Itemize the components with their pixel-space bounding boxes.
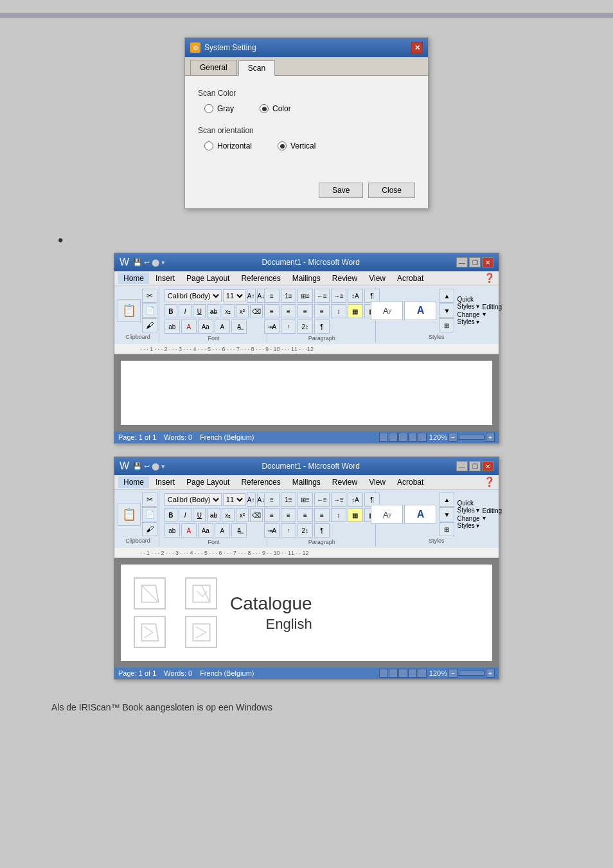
justify-button[interactable]: ≡ xyxy=(314,304,330,318)
zoom-in-button[interactable]: + xyxy=(486,433,495,442)
numbering-button[interactable]: 1≡ xyxy=(281,289,296,303)
shading2-button[interactable]: ▦ xyxy=(348,508,363,522)
spacing2-button[interactable]: 2↕ xyxy=(298,523,313,538)
increase2-font-button[interactable]: A↑ xyxy=(247,493,256,507)
close-button-word2[interactable]: ✕ xyxy=(482,461,493,471)
radio-color[interactable]: Color xyxy=(260,104,291,113)
radio-vertical[interactable]: Vertical xyxy=(278,141,315,150)
sort2-button[interactable]: ↕A xyxy=(348,493,363,507)
copy2-button[interactable]: 📄 xyxy=(142,507,157,521)
cut-button[interactable]: ✂ xyxy=(142,289,157,303)
save-button[interactable]: Save xyxy=(319,183,363,198)
zoom2-slider[interactable] xyxy=(459,671,484,676)
quick-styles-label[interactable]: QuickStyles ▾ xyxy=(457,296,479,310)
radio-horizontal[interactable]: Horizontal xyxy=(204,141,252,150)
editing2-label[interactable]: Editing▾ xyxy=(483,507,502,521)
subscript2-button[interactable]: x₂ xyxy=(222,508,235,522)
menu2-acrobat[interactable]: Acrobat xyxy=(392,476,429,488)
pilcrow2-button[interactable]: ¶ xyxy=(314,523,330,538)
multilevel-button[interactable]: ⊞≡ xyxy=(298,289,313,303)
view2-btn-2[interactable] xyxy=(389,669,398,678)
font-aa-button[interactable]: A xyxy=(215,320,230,334)
bold-button[interactable]: B xyxy=(164,304,177,318)
decrease-indent-button[interactable]: ←≡ xyxy=(314,289,330,303)
menu-references[interactable]: References xyxy=(236,273,285,284)
zoom-slider[interactable] xyxy=(459,435,484,440)
menu-pagelayout[interactable]: Page Layout xyxy=(181,273,235,284)
font2-size-select[interactable]: 11 xyxy=(223,493,245,506)
menu2-insert[interactable]: Insert xyxy=(150,476,180,488)
radio-gray[interactable]: Gray xyxy=(204,104,234,113)
view-btn-4[interactable] xyxy=(408,433,417,442)
view-btn-3[interactable] xyxy=(398,433,407,442)
styles-down[interactable]: ▼ xyxy=(439,303,454,318)
view2-btn-1[interactable] xyxy=(379,669,388,678)
strikethrough2-button[interactable]: ab xyxy=(207,508,220,522)
bold2-button[interactable]: B xyxy=(164,508,177,522)
style-normal[interactable]: Ay xyxy=(371,301,403,320)
tab2-button[interactable]: ↑ xyxy=(281,320,296,334)
font-color2-button[interactable]: A xyxy=(181,523,197,538)
menu2-mailings[interactable]: Mailings xyxy=(287,476,326,488)
styles2-up[interactable]: ▲ xyxy=(439,493,454,507)
spacing-button[interactable]: 2↕ xyxy=(298,320,313,334)
style2-heading[interactable]: A xyxy=(404,505,436,524)
multilevel2-button[interactable]: ⊞≡ xyxy=(298,493,313,507)
minimize-button2[interactable]: — xyxy=(456,461,468,471)
font-x-button[interactable]: A͟ xyxy=(231,320,247,334)
font-x2-button[interactable]: A͟ xyxy=(231,523,247,538)
menu-home[interactable]: Home xyxy=(118,273,149,284)
tab-scan[interactable]: Scan xyxy=(238,60,275,76)
format-painter-button[interactable]: 🖌 xyxy=(142,318,157,332)
view2-btn-4[interactable] xyxy=(408,669,417,678)
tab-general[interactable]: General xyxy=(190,60,237,75)
restore-button[interactable]: ❐ xyxy=(469,257,481,267)
menu2-view[interactable]: View xyxy=(364,476,391,488)
align-left2-button[interactable]: ≡ xyxy=(264,508,280,522)
clear-format2-button[interactable]: ⌫ xyxy=(250,508,263,522)
justify2-button[interactable]: ≡ xyxy=(314,508,330,522)
view-btn-5[interactable] xyxy=(418,433,427,442)
menu-insert[interactable]: Insert xyxy=(150,273,180,284)
style-heading[interactable]: A xyxy=(404,301,436,320)
font-case2-button[interactable]: Aa xyxy=(198,523,213,538)
tab2a-button[interactable]: ⇥A xyxy=(264,523,280,538)
copy-button[interactable]: 📄 xyxy=(142,303,157,318)
view2-btn-5[interactable] xyxy=(418,669,427,678)
font-color-button[interactable]: A xyxy=(181,320,197,334)
strikethrough-button[interactable]: ab xyxy=(207,304,220,318)
close-button[interactable]: Close xyxy=(368,183,415,198)
decrease-indent2-button[interactable]: ←≡ xyxy=(314,493,330,507)
view-btn-1[interactable] xyxy=(379,433,388,442)
italic2-button[interactable]: I xyxy=(179,508,191,522)
format-painter2-button[interactable]: 🖌 xyxy=(142,522,157,536)
superscript-button[interactable]: x² xyxy=(236,304,249,318)
menu2-home[interactable]: Home xyxy=(118,476,149,488)
styles-up[interactable]: ▲ xyxy=(439,289,454,303)
menu-review[interactable]: Review xyxy=(327,273,362,284)
styles-more[interactable]: ⊞ xyxy=(439,318,454,332)
dialog-close-button[interactable]: ✕ xyxy=(411,42,423,53)
menu-acrobat[interactable]: Acrobat xyxy=(392,273,429,284)
underline2-button[interactable]: U xyxy=(193,508,206,522)
align-center2-button[interactable]: ≡ xyxy=(281,508,296,522)
align-left-button[interactable]: ≡ xyxy=(264,304,280,318)
increase-indent2-button[interactable]: →≡ xyxy=(331,493,346,507)
close-button-word1[interactable]: ✕ xyxy=(482,257,493,267)
line-spacing-button[interactable]: ↕ xyxy=(331,304,346,318)
font2-name-select[interactable]: Calibri (Body) xyxy=(164,493,222,506)
clear-format-button[interactable]: ⌫ xyxy=(250,304,263,318)
increase-font-button[interactable]: A↑ xyxy=(247,289,256,303)
subscript-button[interactable]: x₂ xyxy=(222,304,235,318)
line-spacing2-button[interactable]: ↕ xyxy=(331,508,346,522)
view-btn-2[interactable] xyxy=(389,433,398,442)
pilcrow-button[interactable]: ¶ xyxy=(314,320,330,334)
cut2-button[interactable]: ✂ xyxy=(142,493,157,507)
underline-button[interactable]: U xyxy=(193,304,206,318)
paste-button[interactable]: 📋 xyxy=(118,299,141,322)
tab2b-button[interactable]: ↑ xyxy=(281,523,296,538)
font-aa2-button[interactable]: A xyxy=(215,523,230,538)
change-styles-label[interactable]: ChangeStyles ▾ xyxy=(457,311,479,325)
paste2-button[interactable]: 📋 xyxy=(118,503,141,526)
align-right-button[interactable]: ≡ xyxy=(298,304,313,318)
